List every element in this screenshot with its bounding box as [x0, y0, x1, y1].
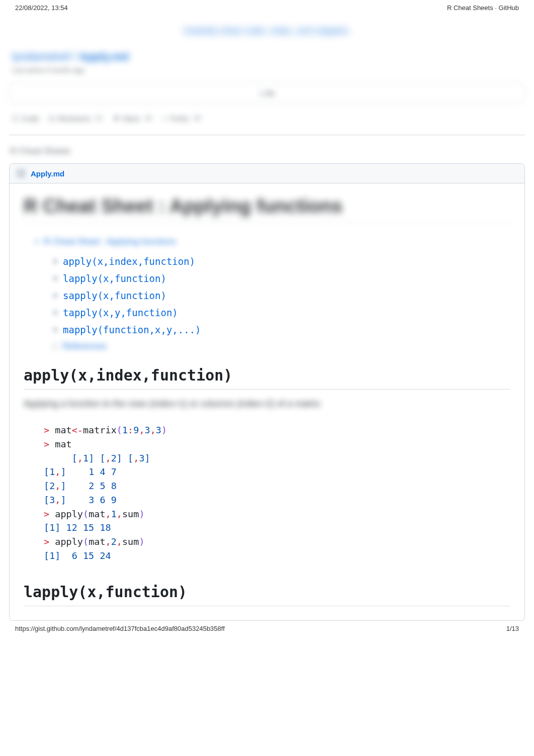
toc-link-sapply[interactable]: sapply(x,function) [63, 290, 166, 301]
toc-root-link[interactable]: R Cheat Sheet : Applying functions [44, 235, 510, 249]
forks-tab[interactable]: ⑂ Forks 4 [162, 114, 202, 123]
gist-actions: ⟨⟩ Code ◷ Revisions 1 ★ Stars 4 ⑂ Forks … [4, 104, 530, 135]
print-doc-title: R Cheat Sheets · GitHub [447, 4, 519, 12]
code-tab[interactable]: ⟨⟩ Code [12, 114, 39, 123]
print-datetime: 22/08/2022, 13:54 [15, 4, 68, 12]
print-url: https://gist.github.com/lyndametref/4d13… [15, 625, 225, 632]
gist-description: R Cheat Sheets [4, 135, 530, 163]
bullet-icon [53, 276, 58, 281]
bullet-icon [53, 344, 58, 349]
table-of-contents: R Cheat Sheet : Applying functions apply… [34, 235, 510, 351]
bullet-icon [53, 293, 58, 298]
revisions-icon: ◷ [48, 114, 55, 123]
bullet-icon [53, 259, 58, 264]
page-indicator: 1/13 [506, 625, 519, 632]
file-box: Apply.md R Cheat Sheet : Applying functi… [9, 163, 525, 621]
code-block-apply: > mat<-matrix(1:9,3,3) > mat [,1] [,2] [… [44, 423, 510, 563]
fork-icon: ⑂ [162, 114, 167, 123]
revisions-tab[interactable]: ◷ Revisions 1 [48, 114, 104, 123]
list-item: apply(x,index,function) [53, 253, 510, 270]
bullet-icon [53, 327, 58, 332]
toc-link-mapply[interactable]: mapply(function,x,y,...) [63, 324, 201, 335]
section-heading-apply: apply(x,index,function) [24, 366, 510, 390]
list-item: mapply(function,x,y,...) [53, 321, 510, 338]
list-item: sapply(x,function) [53, 287, 510, 304]
list-item: lapply(x,function) [53, 270, 510, 287]
star-icon: ★ [113, 114, 120, 123]
code-icon: ⟨⟩ [12, 114, 18, 123]
file-count-box[interactable]: 1 file [9, 83, 525, 104]
forks-count: 4 [192, 115, 203, 122]
section-description: Applying a function to the rows (index=1… [24, 399, 510, 409]
toc-link-apply[interactable]: apply(x,index,function) [63, 256, 195, 267]
toc-link-lapply[interactable]: lapply(x,function) [63, 273, 166, 284]
file-name-link[interactable]: Apply.md [31, 169, 64, 178]
section-heading-lapply: lapply(x,function) [24, 583, 510, 606]
bullet-icon [53, 310, 58, 315]
file-icon [17, 169, 26, 178]
list-item: tapply(x,y,function) [53, 304, 510, 321]
doc-title: R Cheat Sheet : Applying functions [24, 196, 510, 223]
revisions-count: 1 [94, 115, 104, 122]
stars-tab[interactable]: ★ Stars 4 [113, 114, 154, 123]
stars-count: 4 [143, 115, 154, 122]
toc-link-tapply[interactable]: tapply(x,y,function) [63, 307, 178, 318]
file-header: Apply.md [10, 164, 524, 183]
last-active-text: Last active 6 months ago [12, 66, 522, 74]
breadcrumb: lyndametref / Apply.md [12, 50, 522, 63]
gist-name-link[interactable]: Apply.md [79, 50, 129, 63]
gist-owner-link[interactable]: lyndametref [12, 50, 70, 63]
gist-tagline: Instantly share code, notes, and snippet… [4, 16, 530, 50]
toc-link-references[interactable]: References [63, 341, 107, 351]
